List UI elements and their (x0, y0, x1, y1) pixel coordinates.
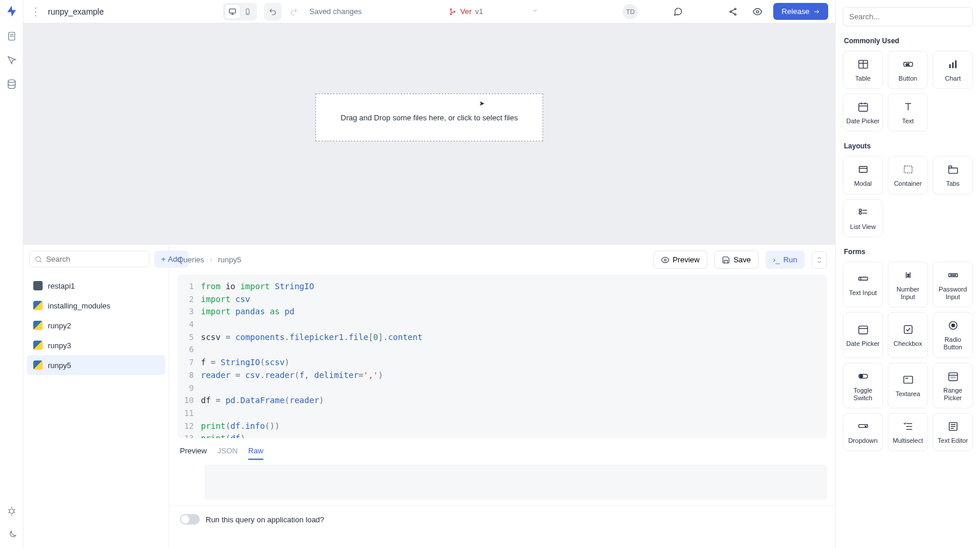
component-dropdown[interactable]: Dropdown (843, 413, 883, 451)
query-search-input[interactable] (46, 255, 144, 263)
svg-rect-61 (859, 326, 867, 334)
run-on-load-toggle[interactable] (180, 514, 200, 525)
component-chart[interactable]: Chart (933, 51, 973, 89)
query-editor-panel: + Add restapi1 installing_modules runpy2… (23, 244, 835, 548)
query-item-installing-modules[interactable]: installing_modules (27, 296, 165, 315)
app-menu-icon[interactable]: ⋮ (30, 6, 41, 17)
breadcrumb-root[interactable]: Queries (178, 255, 204, 264)
version-selector[interactable]: Ver v1 (442, 4, 489, 19)
svg-point-17 (450, 13, 451, 14)
save-status: Saved changes (310, 7, 362, 16)
svg-point-67 (860, 374, 863, 377)
section-commonly-used: Commonly Used (844, 37, 972, 45)
component-textarea[interactable]: Textarea (888, 363, 928, 408)
svg-point-28 (664, 259, 666, 261)
query-item-restapi1[interactable]: restapi1 (27, 276, 165, 296)
output-tabs: Preview JSON Raw (169, 438, 835, 460)
component-multiselect[interactable]: Multiselect (888, 413, 928, 451)
desktop-view-button[interactable] (225, 5, 240, 19)
version-chevron-icon[interactable] (531, 7, 538, 16)
version-value: v1 (475, 7, 484, 16)
component-text-input[interactable]: Text Input (843, 262, 883, 307)
components-panel: Commonly Used Table OKButton Chart Date … (835, 0, 980, 548)
component-text[interactable]: Text (888, 93, 928, 131)
theme-icon[interactable] (6, 530, 17, 542)
svg-point-15 (247, 13, 248, 14)
collapse-panel-button[interactable] (812, 251, 827, 269)
preview-icon[interactable] (749, 3, 766, 20)
svg-rect-43 (859, 167, 867, 172)
inspect-icon[interactable] (6, 55, 17, 67)
python-icon (33, 321, 43, 330)
component-modal[interactable]: Modal (843, 156, 883, 194)
query-list-sidebar: + Add restapi1 installing_modules runpy2… (23, 245, 169, 548)
debug-icon[interactable] (6, 506, 17, 518)
component-radio-button[interactable]: Radio Button (933, 312, 973, 358)
component-tabs[interactable]: Tabs (933, 156, 973, 194)
section-layouts: Layouts (844, 142, 972, 150)
component-toggle-switch[interactable]: Toggle Switch (843, 363, 883, 408)
component-search-input[interactable] (849, 12, 967, 21)
component-table[interactable]: Table (843, 51, 883, 89)
share-icon[interactable] (724, 3, 742, 20)
component-range-picker[interactable]: Range Picker (933, 363, 973, 408)
api-icon (33, 281, 43, 290)
breadcrumb-current: runpy5 (218, 255, 241, 264)
svg-rect-47 (948, 167, 951, 168)
svg-point-20 (730, 11, 732, 12)
query-items: restapi1 installing_modules runpy2 runpy… (23, 273, 169, 377)
component-search[interactable] (843, 7, 973, 26)
svg-point-3 (8, 80, 15, 83)
page-icon[interactable] (6, 31, 17, 43)
tab-raw[interactable]: Raw (248, 446, 263, 460)
component-list-view[interactable]: List View (843, 199, 883, 237)
query-item-runpy2[interactable]: runpy2 (27, 315, 165, 335)
query-search[interactable] (29, 251, 150, 268)
section-forms: Forms (844, 248, 972, 256)
user-avatar[interactable]: TD (623, 4, 638, 19)
component-text-editor[interactable]: Text Editor (933, 413, 973, 451)
filepicker-dropzone[interactable]: Drag and Drop some files here, or click … (315, 93, 543, 141)
preview-button[interactable]: Preview (654, 251, 707, 269)
comments-icon[interactable] (669, 3, 687, 20)
redo-button[interactable] (285, 3, 303, 20)
tab-json[interactable]: JSON (217, 446, 238, 460)
mobile-view-button[interactable] (240, 5, 255, 19)
chevron-right-icon: › (210, 255, 212, 264)
svg-point-59 (953, 275, 954, 276)
svg-text:2: 2 (907, 273, 909, 278)
component-password-input[interactable]: Password Input (933, 262, 973, 307)
tab-preview[interactable]: Preview (180, 446, 207, 460)
output-body (204, 464, 827, 500)
release-button[interactable]: Release (773, 3, 828, 20)
app-logo-icon[interactable] (5, 5, 18, 19)
component-checkbox[interactable]: Checkbox (888, 312, 928, 358)
code-editor[interactable]: 1from io import StringIO 2import csv 3im… (178, 275, 827, 438)
svg-line-27 (40, 261, 42, 262)
svg-line-9 (8, 512, 9, 513)
component-date-picker[interactable]: Date Picker (843, 93, 883, 131)
component-number-input[interactable]: 2Number Input (888, 262, 928, 307)
component-container[interactable]: Container (888, 156, 928, 194)
svg-point-60 (954, 275, 955, 276)
top-bar: ⋮ runpy_example Saved changes (23, 0, 835, 23)
run-on-load-label: Run this query on application load? (206, 515, 324, 524)
svg-rect-11 (229, 9, 235, 13)
save-button[interactable]: Save (714, 251, 759, 269)
release-label: Release (781, 7, 809, 16)
run-button[interactable]: ›_ Run (766, 251, 805, 269)
component-button[interactable]: OKButton (888, 51, 928, 89)
svg-point-4 (9, 509, 14, 514)
svg-point-21 (735, 13, 736, 15)
query-item-runpy3[interactable]: runpy3 (27, 335, 165, 355)
query-item-runpy5[interactable]: runpy5 (27, 355, 165, 375)
undo-button[interactable] (264, 3, 282, 20)
svg-rect-46 (948, 168, 957, 174)
component-date-picker-form[interactable]: Date Picker (843, 312, 883, 358)
database-icon[interactable] (6, 79, 17, 91)
svg-line-23 (732, 12, 735, 13)
python-icon (33, 301, 43, 310)
canvas-area[interactable]: Drag and Drop some files here, or click … (23, 23, 835, 244)
device-toggle (223, 3, 257, 20)
svg-rect-52 (859, 278, 867, 280)
